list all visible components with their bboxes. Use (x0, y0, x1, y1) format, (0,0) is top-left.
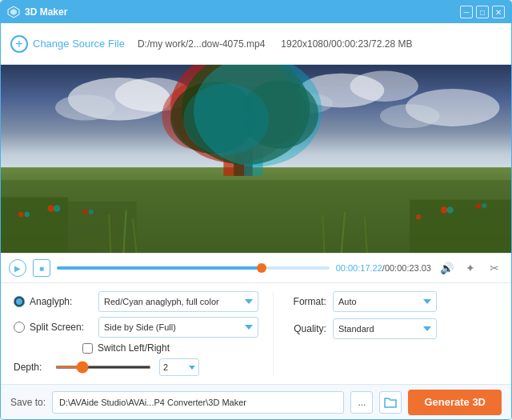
switch-lr-checkbox[interactable] (82, 343, 93, 354)
play-button[interactable]: ▶ (9, 259, 26, 277)
split-screen-radio[interactable] (14, 322, 25, 333)
options-cols: Anaglyph: Red/Cyan anaglyph, full color … (14, 291, 498, 376)
top-bar: + Change Source File D:/my work/2...dow-… (1, 23, 511, 65)
close-button[interactable]: ✕ (492, 6, 505, 18)
svg-point-7 (350, 70, 418, 101)
time-total: 00:00:23.03 (385, 263, 431, 273)
main-window: 3D Maker ─ □ ✕ + Change Source File D:/m… (0, 0, 512, 420)
anaglyph-row: Anaglyph: Red/Cyan anaglyph, full color … (14, 291, 273, 312)
app-icon (7, 6, 20, 18)
anaglyph-select[interactable]: Red/Cyan anaglyph, full color Red/Cyan a… (98, 291, 258, 312)
progress-fill (57, 266, 262, 270)
format-label: Format: (286, 296, 326, 307)
scissors-button[interactable]: ✂ (486, 259, 503, 277)
progress-knob[interactable] (257, 263, 266, 273)
depth-row: Depth: 2 1 3 4 5 (14, 358, 273, 376)
svg-point-33 (54, 205, 61, 212)
depth-label: Depth: (14, 362, 47, 373)
file-meta: 1920x1080/00:00:23/72.28 MB (281, 38, 412, 50)
time-display: 00:00:17.22/00:00:23.03 (336, 263, 431, 273)
svg-point-37 (482, 203, 486, 208)
app-title: 3D Maker (25, 6, 67, 18)
video-preview (1, 65, 511, 253)
browse-dots-button[interactable]: ... (350, 391, 373, 414)
svg-point-28 (82, 210, 87, 214)
quality-label: Quality: (286, 323, 326, 334)
file-path: D:/my work/2...dow-4075.mp4 (138, 38, 265, 50)
save-bar: Save to: ... Generate 3D (1, 384, 511, 419)
stop-button[interactable]: ■ (33, 259, 50, 277)
svg-point-32 (416, 214, 421, 219)
switch-lr-row: Switch Left/Right (82, 342, 273, 354)
change-source-label: Change Source File (33, 38, 125, 50)
file-info: D:/my work/2...dow-4075.mp4 1920x1080/00… (138, 38, 413, 50)
format-row: Format: Auto MP4 AVI MKV (286, 291, 498, 312)
svg-point-30 (441, 206, 448, 214)
switch-lr-label: Switch Left/Right (98, 342, 170, 354)
window-controls: ─ □ ✕ (460, 6, 505, 18)
right-options-col: Format: Auto MP4 AVI MKV Quality: Standa… (273, 291, 498, 376)
svg-point-23 (183, 84, 269, 156)
quality-row: Quality: Standard High Ultra (286, 318, 498, 339)
anaglyph-radio[interactable] (14, 296, 25, 307)
svg-rect-25 (68, 202, 136, 253)
svg-point-36 (446, 206, 454, 214)
svg-point-31 (476, 203, 481, 208)
svg-rect-26 (410, 200, 511, 253)
title-bar: 3D Maker ─ □ ✕ (1, 1, 511, 23)
svg-point-10 (380, 104, 440, 128)
open-folder-button[interactable] (379, 391, 402, 414)
format-select[interactable]: Auto MP4 AVI MKV (333, 291, 437, 312)
split-screen-label: Split Screen: (30, 322, 94, 333)
folder-icon (384, 397, 397, 408)
quality-select[interactable]: Standard High Ultra (333, 318, 437, 339)
depth-slider[interactable] (55, 366, 151, 369)
minimize-button[interactable]: ─ (460, 6, 473, 18)
video-area (1, 65, 511, 253)
time-current: 00:00:17.22 (336, 263, 382, 273)
change-source-button[interactable]: + Change Source File (10, 35, 125, 53)
left-options-col: Anaglyph: Red/Cyan anaglyph, full color … (14, 291, 273, 376)
progress-bar[interactable] (57, 266, 330, 270)
depth-select[interactable]: 2 1 3 4 5 (159, 358, 199, 376)
maximize-button[interactable]: □ (476, 6, 489, 18)
svg-point-34 (89, 210, 94, 214)
save-path-input[interactable] (52, 391, 344, 414)
svg-point-5 (55, 94, 115, 120)
controls-bar: ▶ ■ 00:00:17.22/00:00:23.03 🔊 ✦ ✂ (1, 253, 511, 283)
sparkle-button[interactable]: ✦ (462, 259, 479, 277)
video-frame (1, 65, 511, 253)
svg-point-27 (47, 205, 54, 212)
split-screen-row: Split Screen: Side by Side (Full) Side b… (14, 317, 273, 338)
anaglyph-label: Anaglyph: (30, 296, 94, 307)
generate-3d-button[interactable]: Generate 3D (408, 390, 502, 415)
save-to-label: Save to: (10, 397, 46, 408)
split-screen-select[interactable]: Side by Side (Full) Side by Side (Half) … (98, 317, 258, 338)
plus-icon: + (10, 35, 28, 53)
svg-marker-1 (10, 9, 17, 15)
svg-point-29 (18, 212, 23, 217)
options-area: Anaglyph: Red/Cyan anaglyph, full color … (1, 283, 511, 384)
title-bar-left: 3D Maker (7, 6, 67, 18)
volume-button[interactable]: 🔊 (438, 259, 455, 277)
svg-point-35 (25, 212, 30, 217)
